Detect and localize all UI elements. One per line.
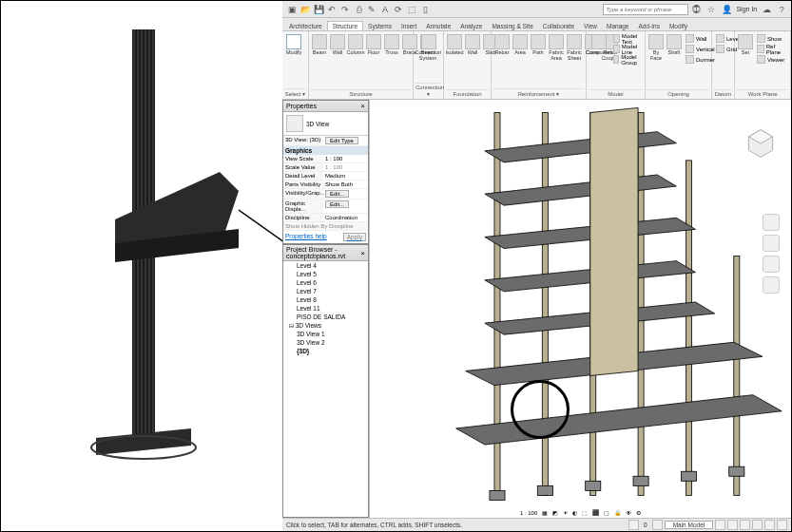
vis-graphics-button[interactable]: Edit... xyxy=(325,190,349,198)
list-item[interactable]: 3D View 2 xyxy=(283,338,368,347)
list-item-active[interactable]: {3D} xyxy=(283,347,368,355)
viewport-3d[interactable]: 1 : 100 ▦ ◩ ☀ ◐ ⬚ ⬛ ▢ 🔒 👁 ⚙ xyxy=(370,100,791,518)
group-connection[interactable]: Connection ▾ xyxy=(415,83,441,97)
component-button[interactable]: Component xyxy=(589,33,610,57)
tab-view[interactable]: View xyxy=(579,22,602,30)
area-button[interactable]: Area xyxy=(512,33,529,57)
editable-only-icon[interactable] xyxy=(715,520,725,530)
tab-annotate[interactable]: Annotate xyxy=(421,22,455,30)
close-icon[interactable]: × xyxy=(360,249,365,257)
path-button[interactable]: Path xyxy=(530,33,547,57)
shadows-icon[interactable]: ◐ xyxy=(570,509,579,516)
viewer-button[interactable]: Viewer xyxy=(755,54,788,65)
parts-vis-value[interactable]: Show Both xyxy=(323,180,368,188)
view-scale-value[interactable]: 1 : 100 xyxy=(323,155,368,162)
group-select[interactable]: Select ▾ xyxy=(284,88,306,97)
connection-button[interactable]: Connection xyxy=(415,33,441,57)
user-icon[interactable]: 👤 xyxy=(721,4,732,15)
list-item[interactable]: PISO DE SALIDA xyxy=(283,313,368,321)
zoom-icon[interactable] xyxy=(763,256,780,273)
wall-button[interactable]: Wall xyxy=(329,33,346,57)
sun-path-icon[interactable]: ☀ xyxy=(561,509,570,516)
fabric-area-button[interactable]: Fabric Area xyxy=(548,33,565,62)
close-icon[interactable]: × xyxy=(360,102,365,110)
crop-show-icon[interactable]: ▢ xyxy=(602,509,611,516)
tab-systems[interactable]: Systems xyxy=(363,22,396,30)
orbit-icon[interactable] xyxy=(763,276,780,294)
list-item[interactable]: Level 8 xyxy=(283,295,368,304)
discipline-value[interactable]: Coordination xyxy=(323,214,368,221)
pan-icon[interactable] xyxy=(763,235,780,252)
star-icon[interactable]: ☆ xyxy=(705,4,717,15)
help-icon[interactable]: ? xyxy=(776,4,787,15)
truss-button[interactable]: Truss xyxy=(383,33,400,57)
lock-icon[interactable]: 🔒 xyxy=(612,509,623,516)
model-text-button[interactable]: Model Text xyxy=(611,33,643,44)
visual-style-icon[interactable]: ◩ xyxy=(551,509,560,516)
floor-button[interactable]: Floor xyxy=(365,33,382,57)
list-item[interactable]: 3D View 1 xyxy=(283,330,368,338)
by-face-button[interactable]: By Face xyxy=(647,33,665,62)
fdn-wall-button[interactable]: Wall xyxy=(464,33,481,57)
tab-insert[interactable]: Insert xyxy=(396,22,421,30)
rebar-button[interactable]: Rebar xyxy=(493,33,511,57)
temp-hide-icon[interactable]: 👁 xyxy=(624,510,633,516)
workset-icon[interactable] xyxy=(652,520,663,530)
save-icon[interactable]: 💾 xyxy=(313,4,324,15)
tab-collaborate[interactable]: Collaborate xyxy=(538,22,579,30)
signin-link[interactable]: Sign In xyxy=(736,6,757,12)
cloud-icon[interactable]: ☁ xyxy=(761,4,772,15)
detail-level-value[interactable]: Medium xyxy=(323,172,368,180)
select-links-icon[interactable] xyxy=(740,520,750,530)
sb-icon[interactable] xyxy=(628,520,639,530)
viewcube[interactable] xyxy=(744,126,778,161)
filter-icon[interactable] xyxy=(727,520,738,530)
subscription-icon[interactable]: ⓵ xyxy=(690,4,702,15)
browser-group-3d[interactable]: 3D Views xyxy=(283,321,368,330)
app-menu-icon[interactable]: ▣ xyxy=(286,4,298,15)
model-line-button[interactable]: Model Line xyxy=(611,44,643,54)
3d-icon[interactable]: ⬚ xyxy=(406,4,417,15)
tab-analyze[interactable]: Analyze xyxy=(455,22,487,30)
undo-icon[interactable]: ↶ xyxy=(326,4,338,15)
list-item[interactable]: Level 6 xyxy=(283,278,368,287)
ref-plane-button[interactable]: Ref Plane xyxy=(755,44,788,54)
set-button[interactable]: Set xyxy=(737,33,754,57)
steering-wheel-icon[interactable] xyxy=(763,214,780,231)
apply-button[interactable]: Apply xyxy=(343,233,366,241)
render-icon[interactable]: ⬚ xyxy=(580,509,589,516)
select-underlay-icon[interactable] xyxy=(752,520,763,530)
fabric-sheet-button[interactable]: Fabric Sheet xyxy=(566,33,583,62)
drag-elements-icon[interactable] xyxy=(777,520,787,530)
column-button[interactable]: Column xyxy=(347,33,364,57)
show-button[interactable]: Show xyxy=(755,33,788,44)
tab-structure[interactable]: Structure xyxy=(327,21,363,30)
tab-manage[interactable]: Manage xyxy=(602,22,634,30)
text-icon[interactable]: A xyxy=(379,4,391,15)
graphic-display-button[interactable]: Edit... xyxy=(325,200,349,208)
detail-level-icon[interactable]: ▦ xyxy=(540,509,550,516)
tab-architecture[interactable]: Architecture xyxy=(284,22,327,30)
tab-addins[interactable]: Add-Ins xyxy=(634,22,665,30)
list-item[interactable]: Level 11 xyxy=(283,304,368,313)
shaft-button[interactable]: Shaft xyxy=(666,33,683,57)
modify-button[interactable]: Modify xyxy=(284,33,303,57)
properties-help-link[interactable]: Properties help xyxy=(285,233,327,241)
search-input[interactable] xyxy=(603,4,688,15)
open-icon[interactable]: 📂 xyxy=(299,4,311,15)
reveal-icon[interactable]: ⚙ xyxy=(634,509,643,516)
isolated-button[interactable]: Isolated xyxy=(446,33,463,57)
workset-display[interactable]: Main Model xyxy=(665,521,714,529)
list-item[interactable]: Level 5 xyxy=(283,270,368,278)
print-icon[interactable]: ⎙ xyxy=(353,4,364,15)
beam-button[interactable]: Beam xyxy=(311,33,328,57)
section-icon[interactable]: ▯ xyxy=(419,4,431,15)
measure-icon[interactable]: ✎ xyxy=(366,4,377,15)
list-item[interactable]: Level 4 xyxy=(283,261,368,270)
edit-type-button[interactable]: Edit Type xyxy=(325,137,358,144)
tab-massing[interactable]: Massing & Site xyxy=(487,22,537,30)
crop-icon[interactable]: ⬛ xyxy=(590,509,601,516)
redo-icon[interactable]: ↷ xyxy=(339,4,351,15)
view-selector[interactable]: 3D View: {3D} xyxy=(283,136,323,145)
scale-display[interactable]: 1 : 100 xyxy=(518,510,539,516)
